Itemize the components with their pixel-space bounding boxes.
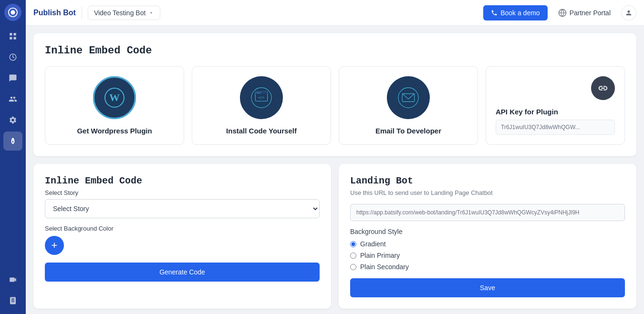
api-key-input[interactable]	[496, 120, 615, 135]
svg-point-17	[258, 92, 259, 93]
sidebar-item-video[interactable]	[3, 270, 22, 289]
svg-rect-3	[14, 33, 16, 35]
select-bg-label: Select Background Color	[45, 225, 320, 232]
sidebar-item-users[interactable]	[3, 90, 22, 109]
partner-portal-label: Partner Portal	[570, 9, 611, 17]
sidebar-item-book[interactable]	[3, 291, 22, 310]
book-demo-label: Book a demo	[500, 9, 540, 17]
top-embed-card: Inline Embed Code W Get Wordpress Plugin	[33, 33, 636, 156]
bot-selector[interactable]: Video Testing Bot	[88, 6, 160, 20]
svg-text:</>: </>	[258, 95, 265, 100]
radio-plain-secondary[interactable]: Plain Secondary	[350, 263, 625, 271]
api-key-option: API Key for Plugin	[486, 66, 625, 145]
main-area: Publish Bot Video Testing Bot Book a dem…	[26, 0, 644, 314]
api-key-title: API Key for Plugin	[496, 108, 615, 116]
sidebar-item-launch[interactable]	[3, 132, 22, 151]
top-card-title: Inline Embed Code	[45, 45, 625, 57]
email-icon	[387, 76, 430, 119]
sidebar-item-settings[interactable]	[3, 111, 22, 130]
radio-gradient[interactable]: Gradient	[350, 240, 625, 248]
radio-group: Gradient Plain Primary Plain Secondary	[350, 240, 625, 271]
radio-gradient-label: Gradient	[360, 240, 386, 248]
user-icon-button[interactable]	[621, 5, 636, 20]
header: Publish Bot Video Testing Bot Book a dem…	[26, 0, 644, 26]
api-key-icon	[591, 76, 615, 100]
sidebar-item-chat[interactable]	[3, 69, 22, 88]
radio-plain-primary[interactable]: Plain Primary	[350, 252, 625, 259]
bottom-row: Inline Embed Code Select Story Select St…	[33, 164, 636, 309]
generate-code-button[interactable]: Generate Code	[45, 263, 320, 282]
header-divider	[82, 6, 82, 20]
wordpress-label: Get Wordpress Plugin	[77, 127, 152, 135]
content-area: Inline Embed Code W Get Wordpress Plugin	[26, 26, 644, 314]
sidebar-logo	[4, 4, 21, 21]
install-code-option[interactable]: </> Install Code Yourself	[192, 66, 331, 145]
svg-point-1	[10, 10, 15, 14]
partner-portal-button[interactable]: Partner Portal	[553, 6, 615, 20]
install-code-icon: </>	[240, 76, 283, 119]
wordpress-icon: W	[93, 76, 136, 119]
wordpress-option[interactable]: W Get Wordpress Plugin	[45, 66, 184, 145]
bg-style-label: Background Style	[350, 228, 625, 235]
svg-rect-5	[14, 37, 16, 40]
landing-bot-card: Landing Bot Use this URL to send user to…	[339, 164, 636, 309]
svg-point-18	[260, 92, 261, 93]
install-code-label: Install Code Yourself	[226, 127, 297, 135]
inline-embed-card: Inline Embed Code Select Story Select St…	[33, 164, 331, 309]
select-story-label: Select Story	[45, 189, 320, 196]
email-option[interactable]: Email To Developer	[339, 66, 478, 145]
bot-name: Video Testing Bot	[94, 9, 145, 17]
add-color-button[interactable]: +	[45, 236, 64, 255]
save-button[interactable]: Save	[350, 278, 625, 297]
inline-embed-title: Inline Embed Code	[45, 175, 320, 186]
radio-plain-secondary-label: Plain Secondary	[360, 263, 409, 271]
options-grid: W Get Wordpress Plugin	[45, 66, 625, 145]
email-label: Email To Developer	[375, 127, 441, 135]
select-story-dropdown[interactable]: Select Story	[45, 199, 320, 218]
landing-bot-url[interactable]	[350, 204, 625, 221]
sidebar	[0, 0, 26, 314]
book-demo-button[interactable]: Book a demo	[483, 5, 548, 20]
landing-bot-title: Landing Bot	[350, 175, 625, 186]
svg-point-16	[257, 92, 258, 93]
radio-plain-primary-label: Plain Primary	[360, 252, 400, 259]
svg-rect-4	[10, 37, 12, 40]
app-logo: Publish Bot	[33, 9, 76, 17]
sidebar-item-history[interactable]	[3, 48, 22, 67]
svg-rect-2	[10, 33, 12, 35]
sidebar-item-dashboard[interactable]	[3, 27, 22, 46]
landing-bot-subtitle: Use this URL to send user to Landing Pag…	[350, 189, 625, 196]
svg-rect-22	[402, 94, 415, 102]
